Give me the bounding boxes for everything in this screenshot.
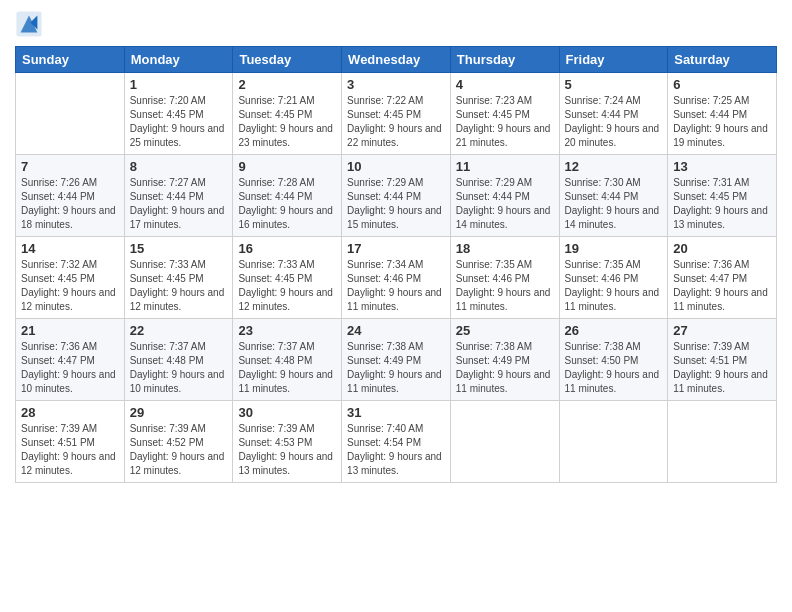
- day-info: Sunrise: 7:38 AMSunset: 4:50 PMDaylight:…: [565, 340, 663, 396]
- day-info: Sunrise: 7:27 AMSunset: 4:44 PMDaylight:…: [130, 176, 228, 232]
- calendar-cell: 7Sunrise: 7:26 AMSunset: 4:44 PMDaylight…: [16, 155, 125, 237]
- day-info: Sunrise: 7:36 AMSunset: 4:47 PMDaylight:…: [21, 340, 119, 396]
- header-wednesday: Wednesday: [342, 47, 451, 73]
- day-number: 27: [673, 323, 771, 338]
- day-info: Sunrise: 7:29 AMSunset: 4:44 PMDaylight:…: [456, 176, 554, 232]
- calendar-cell: [668, 401, 777, 483]
- day-info: Sunrise: 7:21 AMSunset: 4:45 PMDaylight:…: [238, 94, 336, 150]
- calendar-week-3: 14Sunrise: 7:32 AMSunset: 4:45 PMDayligh…: [16, 237, 777, 319]
- day-number: 20: [673, 241, 771, 256]
- calendar-cell: 31Sunrise: 7:40 AMSunset: 4:54 PMDayligh…: [342, 401, 451, 483]
- header-monday: Monday: [124, 47, 233, 73]
- calendar-cell: 11Sunrise: 7:29 AMSunset: 4:44 PMDayligh…: [450, 155, 559, 237]
- calendar-cell: 20Sunrise: 7:36 AMSunset: 4:47 PMDayligh…: [668, 237, 777, 319]
- calendar-cell: 26Sunrise: 7:38 AMSunset: 4:50 PMDayligh…: [559, 319, 668, 401]
- day-number: 25: [456, 323, 554, 338]
- day-info: Sunrise: 7:33 AMSunset: 4:45 PMDaylight:…: [238, 258, 336, 314]
- day-number: 30: [238, 405, 336, 420]
- calendar-cell: 18Sunrise: 7:35 AMSunset: 4:46 PMDayligh…: [450, 237, 559, 319]
- calendar-cell: 21Sunrise: 7:36 AMSunset: 4:47 PMDayligh…: [16, 319, 125, 401]
- calendar-cell: 5Sunrise: 7:24 AMSunset: 4:44 PMDaylight…: [559, 73, 668, 155]
- calendar-cell: 29Sunrise: 7:39 AMSunset: 4:52 PMDayligh…: [124, 401, 233, 483]
- day-number: 12: [565, 159, 663, 174]
- calendar-cell: [16, 73, 125, 155]
- calendar-cell: 13Sunrise: 7:31 AMSunset: 4:45 PMDayligh…: [668, 155, 777, 237]
- calendar-cell: 24Sunrise: 7:38 AMSunset: 4:49 PMDayligh…: [342, 319, 451, 401]
- day-number: 28: [21, 405, 119, 420]
- day-info: Sunrise: 7:31 AMSunset: 4:45 PMDaylight:…: [673, 176, 771, 232]
- day-number: 21: [21, 323, 119, 338]
- day-info: Sunrise: 7:39 AMSunset: 4:53 PMDaylight:…: [238, 422, 336, 478]
- day-number: 9: [238, 159, 336, 174]
- day-number: 18: [456, 241, 554, 256]
- day-number: 7: [21, 159, 119, 174]
- day-info: Sunrise: 7:37 AMSunset: 4:48 PMDaylight:…: [130, 340, 228, 396]
- day-info: Sunrise: 7:29 AMSunset: 4:44 PMDaylight:…: [347, 176, 445, 232]
- header-sunday: Sunday: [16, 47, 125, 73]
- day-info: Sunrise: 7:24 AMSunset: 4:44 PMDaylight:…: [565, 94, 663, 150]
- day-number: 10: [347, 159, 445, 174]
- day-number: 3: [347, 77, 445, 92]
- day-info: Sunrise: 7:40 AMSunset: 4:54 PMDaylight:…: [347, 422, 445, 478]
- calendar-cell: 10Sunrise: 7:29 AMSunset: 4:44 PMDayligh…: [342, 155, 451, 237]
- day-number: 26: [565, 323, 663, 338]
- day-info: Sunrise: 7:36 AMSunset: 4:47 PMDaylight:…: [673, 258, 771, 314]
- calendar-cell: 3Sunrise: 7:22 AMSunset: 4:45 PMDaylight…: [342, 73, 451, 155]
- day-info: Sunrise: 7:34 AMSunset: 4:46 PMDaylight:…: [347, 258, 445, 314]
- calendar-cell: 9Sunrise: 7:28 AMSunset: 4:44 PMDaylight…: [233, 155, 342, 237]
- day-info: Sunrise: 7:28 AMSunset: 4:44 PMDaylight:…: [238, 176, 336, 232]
- day-info: Sunrise: 7:39 AMSunset: 4:51 PMDaylight:…: [673, 340, 771, 396]
- day-info: Sunrise: 7:25 AMSunset: 4:44 PMDaylight:…: [673, 94, 771, 150]
- day-info: Sunrise: 7:38 AMSunset: 4:49 PMDaylight:…: [347, 340, 445, 396]
- day-number: 13: [673, 159, 771, 174]
- day-info: Sunrise: 7:32 AMSunset: 4:45 PMDaylight:…: [21, 258, 119, 314]
- day-number: 11: [456, 159, 554, 174]
- calendar-cell: 16Sunrise: 7:33 AMSunset: 4:45 PMDayligh…: [233, 237, 342, 319]
- day-info: Sunrise: 7:35 AMSunset: 4:46 PMDaylight:…: [456, 258, 554, 314]
- day-number: 5: [565, 77, 663, 92]
- calendar-cell: [450, 401, 559, 483]
- day-info: Sunrise: 7:26 AMSunset: 4:44 PMDaylight:…: [21, 176, 119, 232]
- day-info: Sunrise: 7:20 AMSunset: 4:45 PMDaylight:…: [130, 94, 228, 150]
- calendar-table: SundayMondayTuesdayWednesdayThursdayFrid…: [15, 46, 777, 483]
- calendar-week-4: 21Sunrise: 7:36 AMSunset: 4:47 PMDayligh…: [16, 319, 777, 401]
- day-number: 16: [238, 241, 336, 256]
- day-info: Sunrise: 7:39 AMSunset: 4:52 PMDaylight:…: [130, 422, 228, 478]
- day-info: Sunrise: 7:33 AMSunset: 4:45 PMDaylight:…: [130, 258, 228, 314]
- day-number: 17: [347, 241, 445, 256]
- day-number: 8: [130, 159, 228, 174]
- day-number: 15: [130, 241, 228, 256]
- header-friday: Friday: [559, 47, 668, 73]
- header: [15, 10, 777, 38]
- logo: [15, 10, 45, 38]
- calendar-week-2: 7Sunrise: 7:26 AMSunset: 4:44 PMDaylight…: [16, 155, 777, 237]
- day-number: 29: [130, 405, 228, 420]
- day-number: 31: [347, 405, 445, 420]
- day-info: Sunrise: 7:38 AMSunset: 4:49 PMDaylight:…: [456, 340, 554, 396]
- calendar-cell: 19Sunrise: 7:35 AMSunset: 4:46 PMDayligh…: [559, 237, 668, 319]
- calendar-cell: 28Sunrise: 7:39 AMSunset: 4:51 PMDayligh…: [16, 401, 125, 483]
- day-info: Sunrise: 7:35 AMSunset: 4:46 PMDaylight:…: [565, 258, 663, 314]
- calendar-week-1: 1Sunrise: 7:20 AMSunset: 4:45 PMDaylight…: [16, 73, 777, 155]
- header-saturday: Saturday: [668, 47, 777, 73]
- calendar-cell: 2Sunrise: 7:21 AMSunset: 4:45 PMDaylight…: [233, 73, 342, 155]
- calendar-cell: 14Sunrise: 7:32 AMSunset: 4:45 PMDayligh…: [16, 237, 125, 319]
- calendar-week-5: 28Sunrise: 7:39 AMSunset: 4:51 PMDayligh…: [16, 401, 777, 483]
- calendar-cell: 8Sunrise: 7:27 AMSunset: 4:44 PMDaylight…: [124, 155, 233, 237]
- calendar-cell: 25Sunrise: 7:38 AMSunset: 4:49 PMDayligh…: [450, 319, 559, 401]
- day-number: 4: [456, 77, 554, 92]
- day-info: Sunrise: 7:22 AMSunset: 4:45 PMDaylight:…: [347, 94, 445, 150]
- calendar-cell: 23Sunrise: 7:37 AMSunset: 4:48 PMDayligh…: [233, 319, 342, 401]
- calendar-cell: 6Sunrise: 7:25 AMSunset: 4:44 PMDaylight…: [668, 73, 777, 155]
- header-thursday: Thursday: [450, 47, 559, 73]
- calendar-cell: 27Sunrise: 7:39 AMSunset: 4:51 PMDayligh…: [668, 319, 777, 401]
- day-number: 24: [347, 323, 445, 338]
- day-info: Sunrise: 7:37 AMSunset: 4:48 PMDaylight:…: [238, 340, 336, 396]
- day-info: Sunrise: 7:23 AMSunset: 4:45 PMDaylight:…: [456, 94, 554, 150]
- calendar-cell: 17Sunrise: 7:34 AMSunset: 4:46 PMDayligh…: [342, 237, 451, 319]
- day-info: Sunrise: 7:39 AMSunset: 4:51 PMDaylight:…: [21, 422, 119, 478]
- day-number: 14: [21, 241, 119, 256]
- calendar-cell: 4Sunrise: 7:23 AMSunset: 4:45 PMDaylight…: [450, 73, 559, 155]
- header-tuesday: Tuesday: [233, 47, 342, 73]
- day-number: 19: [565, 241, 663, 256]
